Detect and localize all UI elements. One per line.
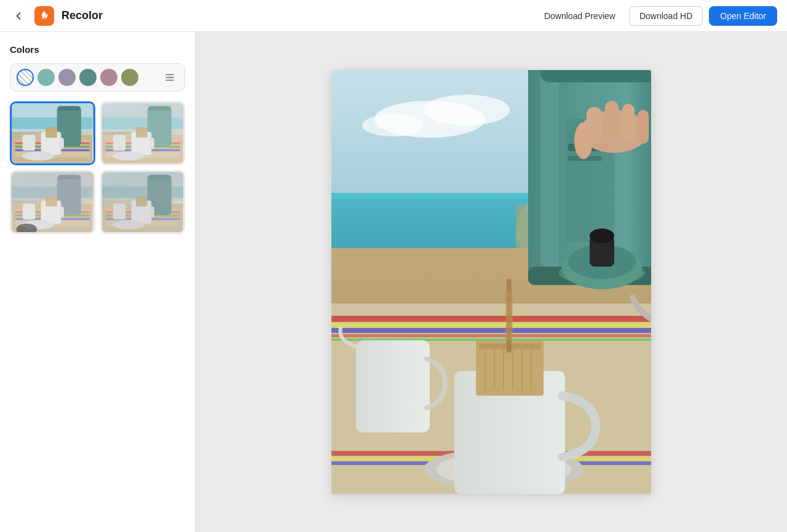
svg-rect-59 [113,203,125,219]
colors-section-title: Colors [10,44,185,55]
svg-rect-56 [149,206,154,218]
svg-rect-42 [45,196,57,206]
swatch-mauve[interactable] [100,69,117,86]
thumbnail-1[interactable] [10,101,95,165]
svg-rect-74 [331,334,651,337]
svg-rect-110 [622,104,635,141]
logo-icon [38,10,50,22]
svg-rect-13 [59,138,63,149]
svg-rect-82 [356,340,430,432]
preview-canvas [331,70,651,494]
thumbnail-3[interactable] [10,170,95,234]
preview-area [196,32,787,532]
svg-point-106 [590,229,614,243]
svg-point-29 [112,151,144,160]
swatch-teal-dark[interactable] [79,69,97,86]
color-palette [10,63,185,92]
download-preview-button[interactable]: Download Preview [537,7,623,25]
svg-rect-94 [505,291,513,340]
svg-rect-16 [23,135,36,151]
app-header: Recolor Download Preview Download HD Ope… [0,0,787,32]
svg-rect-39 [58,175,80,179]
svg-rect-111 [638,110,649,144]
download-hd-button[interactable]: Download HD [629,6,703,26]
preview-image-container [331,70,651,494]
svg-rect-25 [148,106,170,111]
swatch-purple-light[interactable] [58,69,76,86]
header-right: Download Preview Download HD Open Editor [537,6,777,26]
app-logo [34,6,54,26]
svg-rect-98 [540,70,651,82]
svg-point-62 [424,95,510,125]
filter-icon[interactable] [161,69,178,86]
svg-rect-72 [331,323,651,327]
svg-rect-44 [23,203,36,219]
header-left: Recolor [10,6,103,26]
svg-rect-109 [605,101,619,141]
swatch-teal-light[interactable] [38,69,55,86]
thumbnails-grid [10,101,185,234]
swatch-pattern[interactable] [17,69,34,86]
svg-rect-96 [540,70,559,285]
open-editor-button[interactable]: Open Editor [709,6,777,26]
svg-rect-11 [58,106,80,111]
thumbnail-2[interactable] [100,101,186,165]
svg-rect-41 [59,206,63,218]
svg-rect-54 [148,175,170,179]
svg-rect-73 [331,328,651,333]
svg-rect-14 [45,127,57,138]
thumbnail-4[interactable] [100,170,186,234]
sidebar: Colors [0,32,196,532]
svg-rect-27 [149,138,154,149]
svg-rect-71 [331,316,651,322]
svg-rect-30 [113,135,125,151]
svg-rect-28 [136,127,148,138]
app-title: Recolor [61,9,103,22]
svg-point-63 [362,114,424,136]
main-content: Colors [0,32,787,532]
back-button[interactable] [10,7,27,25]
svg-point-58 [112,220,144,229]
main-preview-image [331,70,651,494]
svg-point-15 [22,151,54,160]
svg-point-112 [574,122,593,159]
swatch-olive[interactable] [121,69,138,86]
svg-rect-57 [136,196,148,206]
